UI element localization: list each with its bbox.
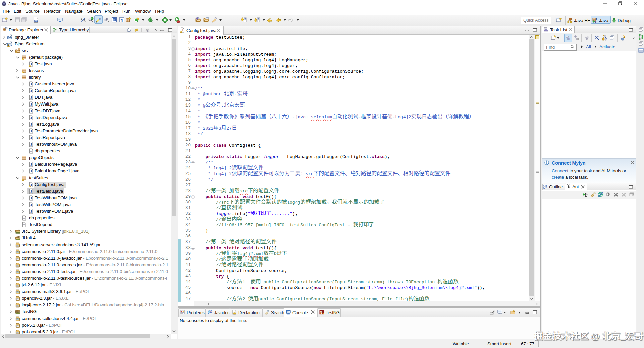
svg-text:010: 010: [35, 21, 38, 23]
svg-text:010: 010: [17, 285, 20, 286]
svg-text:J: J: [182, 28, 183, 32]
svg-text:010: 010: [17, 245, 20, 246]
svg-text:J: J: [30, 62, 32, 66]
svg-text:J: J: [30, 203, 32, 207]
svg-text:010: 010: [17, 298, 20, 300]
svg-text:010: 010: [17, 251, 20, 253]
svg-text:G: G: [322, 311, 324, 315]
svg-text:010: 010: [17, 258, 20, 260]
svg-text:J: J: [30, 136, 32, 140]
svg-text:J: J: [30, 96, 32, 99]
svg-text:J: J: [30, 82, 32, 86]
svg-text:J: J: [30, 190, 32, 193]
svg-text:J: J: [30, 169, 32, 173]
svg-text:J: J: [30, 89, 32, 93]
svg-text:J: J: [30, 143, 32, 146]
svg-text:J: J: [30, 210, 32, 213]
svg-text:010: 010: [17, 278, 20, 280]
svg-text:010: 010: [17, 318, 20, 320]
svg-text:J: J: [30, 116, 32, 120]
svg-text:010: 010: [17, 265, 20, 266]
svg-text:010: 010: [17, 305, 20, 306]
svg-text:J: J: [30, 163, 32, 166]
svg-text:J: J: [30, 196, 32, 200]
svg-text:¶: ¶: [121, 17, 123, 22]
svg-text:J: J: [30, 183, 32, 187]
svg-text:J: J: [30, 129, 32, 133]
svg-text:010: 010: [17, 291, 20, 293]
svg-text:010: 010: [17, 332, 20, 333]
svg-text:J: J: [596, 18, 597, 21]
svg-text:010: 010: [17, 271, 20, 273]
svg-text:010: 010: [17, 325, 20, 327]
svg-text:J: J: [30, 123, 32, 126]
svg-text:J: J: [30, 109, 32, 113]
svg-text:J: J: [30, 102, 32, 106]
